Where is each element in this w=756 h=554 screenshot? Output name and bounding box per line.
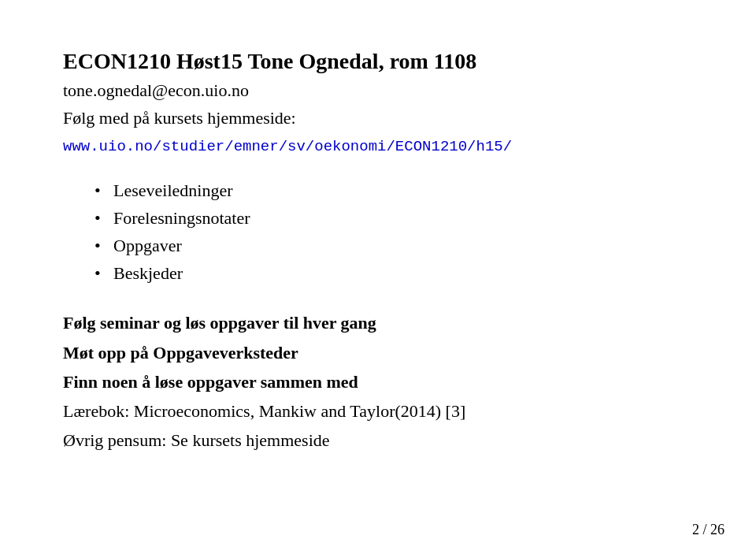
pensum-line: Øvrig pensum: Se kursets hjemmeside [63, 426, 693, 454]
url-link[interactable]: www.uio.no/studier/emner/sv/oekonomi/ECO… [63, 138, 512, 155]
textbook-line: Lærebok: Microeconomics, Mankiw and Tayl… [63, 397, 693, 425]
list-item: Forelesningsnotater [94, 204, 693, 232]
list-item: Leseveiledninger [94, 177, 693, 204]
follow-label: Følg med på kursets hjemmeside: [63, 106, 693, 131]
list-item: Oppgaver [94, 232, 693, 259]
email-line: tone.ognedal@econ.uio.no [63, 79, 693, 103]
bold-line-1: Følg seminar og løs oppgaver til hver ga… [63, 309, 693, 336]
bold-line-2: Møt opp på Oppgaveverksteder [63, 339, 693, 366]
url-line: www.uio.no/studier/emner/sv/oekonomi/ECO… [63, 134, 693, 158]
bullet-list: Leseveiledninger Forelesningsnotater Opp… [94, 177, 693, 288]
page-number: 2 / 26 [692, 522, 724, 538]
list-item: Beskjeder [94, 259, 693, 287]
slide: ECON1210 Høst15 Tone Ognedal, rom 1108 t… [0, 0, 756, 554]
slide-title: ECON1210 Høst15 Tone Ognedal, rom 1108 [63, 47, 693, 76]
bold-line-3: Finn noen å løse oppgaver sammen med [63, 368, 693, 396]
